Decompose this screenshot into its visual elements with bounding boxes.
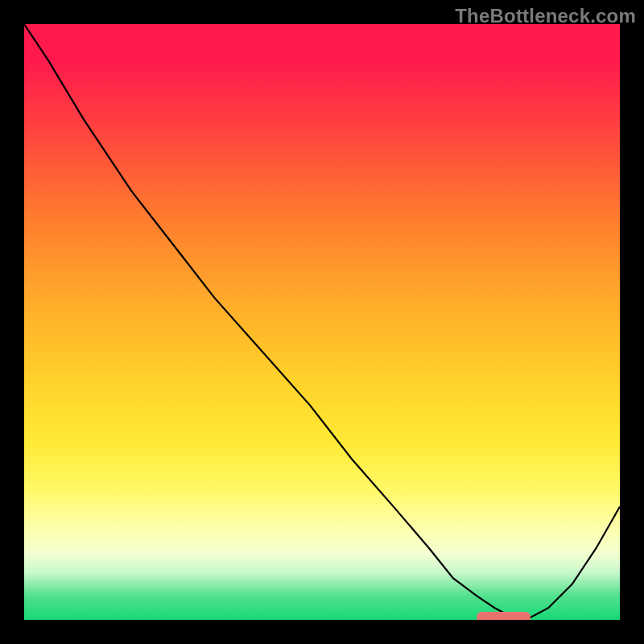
chart-container: TheBottleneck.com bbox=[0, 0, 644, 644]
bottleneck-curve bbox=[24, 24, 620, 617]
optimal-marker bbox=[477, 612, 530, 620]
plot-area bbox=[24, 24, 620, 620]
line-overlay bbox=[24, 24, 620, 620]
